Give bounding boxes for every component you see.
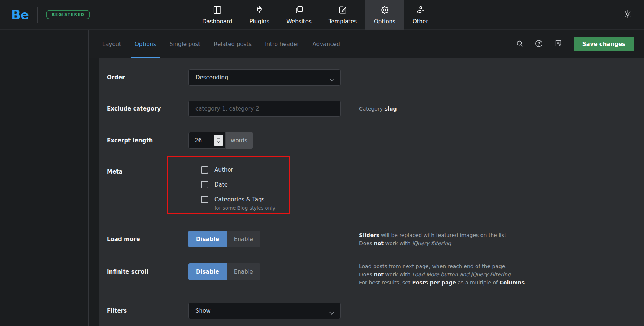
desc-italic: Load More button and jQuery Filtering [412,271,511,277]
top-bar: Be REGISTERED Dashboard [0,0,644,30]
plug-icon [254,5,264,15]
nav-label: Websites [286,18,312,25]
categories-tags-text: Categories & Tags for some Blog styles o… [214,196,275,211]
desc-line: Does not work with jQuery filtering [359,239,506,247]
categories-tags-checkbox[interactable] [201,196,208,203]
sun-icon [623,10,632,20]
number-stepper[interactable] [214,135,223,146]
desc-line: Does not work with Load More button and … [359,270,526,279]
care-hand-icon [415,5,425,15]
date-checkbox[interactable] [201,181,208,188]
betheme-logo: Be [11,7,29,22]
hint-text: Category [359,106,384,112]
sidebar-divider [88,30,89,326]
desc-text: work with [384,240,412,246]
order-row: Order Descending [99,69,644,86]
brand-divider [37,7,38,23]
filters-label: Filters [99,307,188,314]
desc-line: For best results, set Posts per page as … [359,279,526,287]
nav-label: Plugins [249,18,269,25]
desc-text: . [525,280,526,286]
nav-item-templates[interactable]: Templates [320,0,365,30]
options-form: Order Descending Exclude category Catego… [99,58,644,326]
category-slug-hint: Category slug [359,106,397,112]
order-select[interactable]: Descending [188,69,341,86]
help-icon [535,39,543,49]
categories-tags-note: for some Blog styles only [214,205,275,211]
filters-select-value: Show [196,307,210,314]
load-more-label: Load more [99,236,188,243]
dashboard-icon [213,5,222,15]
excerpt-length-field [188,132,226,149]
nav-label: Other [413,18,428,25]
infinite-scroll-description: Load posts from next page, when reach en… [359,262,526,287]
categories-tags-checkbox-label: Categories & Tags [214,196,275,203]
desc-text: work with [384,271,412,277]
filters-row: Filters Show [99,303,644,319]
meta-author-row: Author [201,166,275,174]
author-checkbox[interactable] [201,166,208,174]
meta-checkbox-group: Author Date Categories & Tags for some B… [201,166,275,211]
infinite-scroll-enable-button[interactable]: Enable [227,263,260,280]
top-navigation: Dashboard Plugins [194,0,437,30]
desc-bold: Sliders [359,232,379,238]
options-sub-nav: Layout Options Single post Related posts… [0,30,644,58]
infinite-scroll-toggle: Disable Enable [188,263,260,280]
light-mode-toggle[interactable] [622,9,634,21]
desc-text: . [511,271,512,277]
load-more-description: Sliders will be replaced with featured i… [359,231,506,247]
desc-line: Sliders will be replaced with featured i… [359,231,506,239]
nav-label: Options [374,18,395,25]
exclude-category-row: Exclude category Category slug [99,101,644,117]
load-more-disable-button[interactable]: Disable [188,231,227,247]
desc-text: Does [359,271,374,277]
filters-select[interactable]: Show [188,303,341,319]
load-more-toggle: Disable Enable [188,231,260,247]
excerpt-length-row: Excerpt length words [99,132,644,149]
date-checkbox-label: Date [214,181,228,188]
tab-intro-header[interactable]: Intro header [261,30,303,58]
nav-label: Templates [329,18,357,25]
chevron-down-icon [329,76,334,83]
meta-categories-row: Categories & Tags for some Blog styles o… [201,196,275,211]
nav-item-dashboard[interactable]: Dashboard [194,0,241,30]
desc-line: Load posts from next page, when reach en… [359,262,526,270]
desc-text: Does [359,240,374,246]
author-checkbox-label: Author [214,166,233,174]
gear-icon [380,5,390,15]
notes-button[interactable] [553,39,564,50]
desc-text: For best results, set [359,280,412,286]
save-changes-button[interactable]: Save changes [574,37,634,51]
chevron-down-icon [329,310,334,316]
help-button[interactable] [533,39,545,50]
desc-bold: not [374,271,384,277]
exclude-category-input[interactable] [188,101,341,117]
hint-bold-text: slug [384,106,397,112]
subnav-actions: Save changes [514,37,634,51]
order-select-value: Descending [196,74,228,81]
infinite-scroll-disable-button[interactable]: Disable [188,263,227,280]
tab-related-posts[interactable]: Related posts [210,30,256,58]
load-more-enable-button[interactable]: Enable [227,231,260,247]
nav-item-options[interactable]: Options [365,0,404,30]
tab-options[interactable]: Options [131,30,160,58]
tab-layout[interactable]: Layout [98,30,125,58]
nav-item-websites[interactable]: Websites [278,0,320,30]
sidebar [0,30,88,326]
stacked-pages-icon [294,5,304,15]
tab-single-post[interactable]: Single post [165,30,204,58]
tab-advanced[interactable]: Advanced [309,30,344,58]
excerpt-length-label: Excerpt length [99,137,188,144]
nav-item-plugins[interactable]: Plugins [241,0,278,30]
load-more-row: Load more Disable Enable [99,231,260,247]
notes-icon [554,39,562,49]
order-label: Order [99,74,188,81]
brand: Be REGISTERED [11,7,90,23]
registered-badge: REGISTERED [46,10,90,19]
exclude-category-label: Exclude category [99,105,188,112]
search-button[interactable] [514,39,525,50]
nav-item-other[interactable]: Other [404,0,437,30]
meta-label: Meta [107,168,122,175]
desc-bold: Columns [500,280,525,286]
desc-text: Load posts from next page, when reach en… [359,263,507,269]
